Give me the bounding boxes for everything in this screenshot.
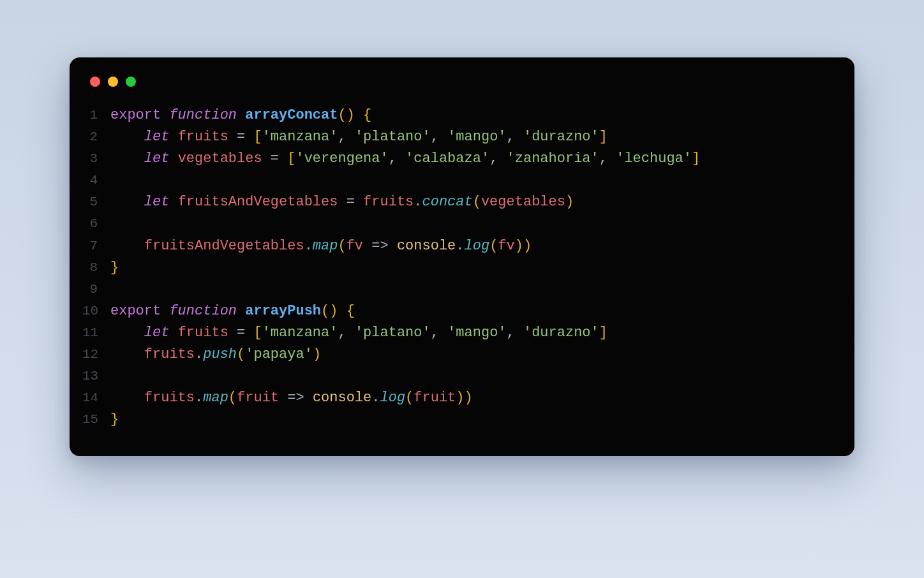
token: 'verengena'	[295, 151, 388, 167]
line-number: 12	[82, 345, 110, 366]
token: ,	[599, 151, 616, 167]
line-content: }	[110, 257, 119, 279]
token: )	[313, 346, 321, 362]
token: vegetables	[481, 194, 565, 210]
token: arrayPush	[245, 303, 321, 319]
token: [	[253, 129, 262, 145]
token: arrayConcat	[245, 107, 338, 123]
minimize-icon[interactable]	[108, 77, 118, 87]
token: ,	[389, 151, 405, 167]
token: map	[313, 238, 338, 254]
token	[245, 325, 253, 341]
token: 'calabaza'	[405, 151, 489, 167]
token	[110, 390, 144, 406]
line-content: fruitsAndVegetables.map(fv => console.lo…	[110, 235, 532, 257]
token: =>	[371, 238, 388, 254]
token: ]	[599, 129, 607, 145]
token: fruits	[144, 346, 195, 362]
line-content: fruits.map(fruit => console.log(fruit))	[110, 387, 473, 409]
token: ]	[692, 151, 700, 167]
code-line: 4	[82, 170, 838, 191]
token: export	[110, 303, 161, 319]
token: .	[304, 238, 313, 254]
token: ()	[321, 303, 338, 319]
line-number: 2	[82, 127, 110, 148]
token	[110, 129, 144, 145]
token: 'durazno'	[523, 129, 599, 145]
token: 'manzana'	[262, 325, 338, 341]
token	[110, 346, 144, 362]
zoom-icon[interactable]	[126, 77, 136, 87]
token: (	[338, 238, 346, 254]
token: fruits	[363, 194, 414, 210]
token: ,	[489, 151, 506, 167]
token: }	[110, 260, 119, 276]
token: 'lechuga'	[616, 151, 692, 167]
token	[279, 390, 287, 406]
token	[161, 107, 169, 123]
token: ,	[338, 325, 354, 341]
token: 'mango'	[447, 325, 506, 341]
token: log	[380, 390, 406, 406]
code-editor[interactable]: 1export function arrayConcat() {2 let fr…	[82, 105, 838, 431]
line-content: export function arrayPush() {	[110, 300, 355, 322]
token	[363, 238, 371, 254]
token: .	[414, 194, 422, 210]
token	[110, 325, 144, 341]
line-content: export function arrayConcat() {	[110, 105, 371, 126]
token: push	[203, 346, 237, 362]
token: console	[397, 238, 456, 254]
token: map	[203, 390, 228, 406]
line-number: 4	[82, 170, 110, 191]
close-icon[interactable]	[90, 77, 100, 87]
token: function	[169, 107, 237, 123]
token: =	[237, 325, 245, 341]
token: ,	[431, 325, 447, 341]
token: fruits	[178, 325, 228, 341]
code-line: 1export function arrayConcat() {	[82, 105, 838, 126]
line-number: 14	[82, 388, 110, 409]
code-line: 15}	[82, 409, 838, 431]
line-content	[110, 170, 119, 191]
token: .	[195, 346, 203, 362]
line-number: 1	[82, 105, 110, 126]
line-content: fruits.push('papaya')	[110, 344, 321, 366]
token: 'platano'	[355, 325, 431, 341]
token: fruit	[414, 390, 456, 406]
token	[355, 194, 363, 210]
token: =>	[287, 390, 304, 406]
code-line: 3 let vegetables = ['verengena', 'calaba…	[82, 148, 838, 170]
token: 'durazno'	[523, 325, 599, 341]
token	[228, 325, 237, 341]
token: 'zanahoria'	[507, 151, 599, 167]
line-number: 6	[82, 214, 110, 235]
token	[237, 303, 245, 319]
code-line: 12 fruits.push('papaya')	[82, 344, 838, 366]
token: let	[144, 151, 170, 167]
line-number: 5	[82, 192, 110, 213]
token: (	[237, 346, 245, 362]
token: console	[313, 390, 371, 406]
code-line: 2 let fruits = ['manzana', 'platano', 'm…	[82, 126, 838, 148]
line-number: 13	[82, 366, 110, 387]
token	[169, 325, 177, 341]
token: let	[144, 194, 170, 210]
token: ,	[507, 325, 523, 341]
token: ,	[507, 129, 523, 145]
token	[304, 390, 313, 406]
token	[110, 151, 144, 167]
line-content: let fruits = ['manzana', 'platano', 'man…	[110, 322, 607, 344]
token: =	[346, 194, 355, 210]
token: {	[346, 303, 355, 319]
token: vegetables	[178, 151, 262, 167]
token: (	[405, 390, 414, 406]
line-content	[110, 279, 119, 300]
token	[245, 129, 253, 145]
code-line: 9	[82, 279, 838, 300]
token: [	[253, 325, 262, 341]
line-content	[110, 213, 119, 235]
code-line: 6	[82, 213, 838, 235]
token: 'manzana'	[262, 129, 338, 145]
token	[169, 194, 177, 210]
line-number: 9	[82, 279, 110, 300]
